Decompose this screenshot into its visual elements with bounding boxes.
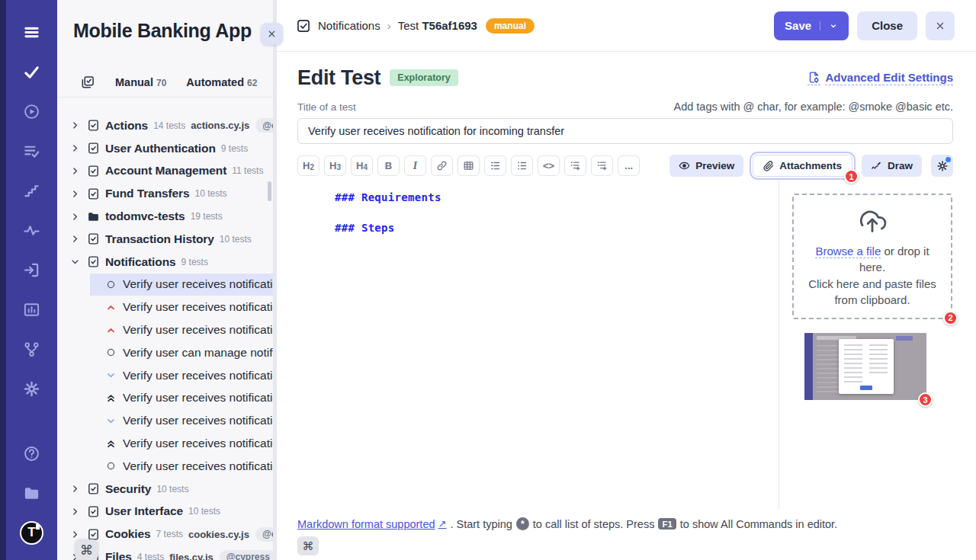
chevron-right-icon[interactable] bbox=[70, 120, 81, 130]
tree-suite-todomvc-tests[interactable]: todomvc-tests19 tests bbox=[57, 205, 273, 228]
tree-test-item[interactable]: Verify user receives notification bbox=[90, 455, 273, 478]
tree-test-item-selected[interactable]: Verify user receives notification for in… bbox=[90, 274, 273, 296]
markdown-editor[interactable]: ### Requirements### Steps bbox=[297, 182, 779, 510]
sidebar-item-help[interactable] bbox=[6, 434, 57, 473]
chevron-right-icon[interactable] bbox=[70, 189, 81, 199]
sidebar-item-logo[interactable]: T bbox=[6, 513, 57, 552]
chevron-down-icon[interactable] bbox=[70, 257, 81, 267]
attachments-button[interactable]: Attachments1 bbox=[753, 155, 852, 177]
suites-panel: Mobile Banking App Manual70 Automated62 … bbox=[57, 0, 273, 560]
tree-test-item[interactable]: Verify user receives notification bbox=[90, 364, 273, 387]
h4-button[interactable]: H4 bbox=[351, 155, 373, 176]
sidebar-item-tests[interactable] bbox=[6, 52, 57, 91]
chevron-right-icon[interactable] bbox=[70, 166, 81, 176]
command-palette-button[interactable]: ⌘ bbox=[297, 536, 319, 555]
advanced-edit-settings-link[interactable]: Advanced Edit Settings bbox=[807, 71, 953, 85]
command-palette-button[interactable]: ⌘ bbox=[75, 539, 98, 560]
markdown-help-link[interactable]: Markdown format supported↗ bbox=[297, 518, 446, 530]
ordered-list-button[interactable] bbox=[484, 155, 506, 176]
table-icon bbox=[463, 160, 474, 171]
bullet-list-add-button[interactable] bbox=[564, 155, 586, 176]
priority-circle-icon bbox=[106, 461, 117, 471]
attachments-count-badge: 1 bbox=[844, 169, 859, 184]
list-check-icon bbox=[23, 142, 40, 160]
save-button[interactable]: Save bbox=[774, 11, 849, 40]
sidebar-item-plans[interactable] bbox=[6, 131, 57, 171]
app-logo: T bbox=[20, 521, 43, 545]
h3-button[interactable]: H3 bbox=[324, 155, 346, 176]
link-icon bbox=[436, 160, 448, 171]
doc-check-icon bbox=[87, 482, 101, 495]
tree-test-item[interactable]: Verify user can manage notifications bbox=[90, 341, 273, 364]
play-circle-icon bbox=[23, 103, 40, 120]
breadcrumb-separator: › bbox=[387, 19, 391, 32]
sidebar-item-settings[interactable] bbox=[6, 369, 57, 408]
tree-test-item[interactable]: Verify user receives notification bbox=[90, 296, 273, 318]
sidebar-item-projects[interactable] bbox=[6, 473, 57, 513]
file-drop-zone[interactable]: Browse a file or drop it here. Click her… bbox=[792, 194, 952, 319]
help-circle-icon bbox=[23, 445, 40, 462]
sidebar-item-analytics[interactable] bbox=[6, 210, 57, 250]
priority-circle-icon bbox=[106, 280, 117, 290]
chevron-right-icon[interactable] bbox=[70, 530, 81, 539]
italic-button[interactable]: I bbox=[404, 155, 426, 176]
eye-icon bbox=[679, 160, 690, 171]
external-link-icon: ↗ bbox=[438, 518, 447, 530]
bullet-list-button[interactable] bbox=[511, 155, 533, 176]
tree-suite-fund-transfers[interactable]: Fund Transfers10 tests bbox=[57, 182, 273, 205]
close-button[interactable]: Close bbox=[857, 11, 917, 40]
tree-test-item[interactable]: Verify user receives notification bbox=[90, 432, 273, 455]
doc-check-icon bbox=[87, 505, 101, 518]
suite-file: actions.cy.js bbox=[191, 120, 249, 131]
chevron-right-icon[interactable] bbox=[70, 143, 81, 153]
browse-file-link[interactable]: Browse a file bbox=[815, 245, 881, 258]
pen-squiggle-icon bbox=[871, 160, 882, 171]
link-button[interactable] bbox=[431, 155, 453, 176]
ordered-list-add-button[interactable] bbox=[591, 155, 613, 176]
code-button[interactable]: <> bbox=[538, 155, 560, 176]
draw-button[interactable]: Draw bbox=[862, 155, 922, 177]
sidebar-item-runs[interactable] bbox=[6, 91, 57, 131]
sidebar-item-import[interactable] bbox=[6, 250, 57, 290]
bold-button[interactable]: B bbox=[377, 155, 400, 176]
ordered-list-icon bbox=[490, 160, 501, 171]
suite-tag-badge: @cypress bbox=[255, 118, 273, 133]
sidebar-item-steps[interactable] bbox=[6, 171, 57, 210]
test-title-input[interactable] bbox=[297, 118, 953, 144]
tab-manual[interactable]: Manual70 bbox=[115, 76, 166, 88]
tree-suite-notifications[interactable]: Notifications9 tests bbox=[57, 251, 273, 274]
dismiss-button[interactable] bbox=[926, 11, 955, 40]
tab-automated[interactable]: Automated62 bbox=[186, 76, 257, 88]
panel-close-button[interactable] bbox=[261, 23, 283, 45]
tree-scrollbar[interactable] bbox=[268, 181, 271, 201]
edit-test-panel: Notifications › Test T56af1693 manual Sa… bbox=[277, 0, 976, 560]
tree-suite-actions[interactable]: Actions14 testsactions.cy.js@cypress bbox=[57, 114, 273, 137]
sidebar-item-menu[interactable] bbox=[6, 12, 57, 52]
chevron-right-icon[interactable] bbox=[70, 507, 81, 517]
more-button[interactable]: ... bbox=[618, 155, 640, 176]
breadcrumb-section[interactable]: Notifications bbox=[318, 19, 380, 32]
tree-suite-user-authentication[interactable]: User Authentication9 tests bbox=[57, 137, 273, 160]
chevron-right-icon[interactable] bbox=[70, 212, 81, 222]
tree-test-item[interactable]: Verify user receives notification bbox=[90, 318, 273, 341]
branch-icon bbox=[23, 341, 40, 358]
chevron-right-icon[interactable] bbox=[70, 234, 81, 244]
tree-suite-user-interface[interactable]: User Interface10 tests bbox=[57, 501, 273, 523]
attachments-panel: Browse a file or drop it here. Click her… bbox=[779, 182, 953, 510]
preview-button[interactable]: Preview bbox=[669, 155, 743, 177]
tree-test-item[interactable]: Verify user receives notification bbox=[90, 409, 273, 432]
notification-dot bbox=[946, 157, 951, 162]
chevron-right-icon[interactable] bbox=[70, 484, 81, 494]
table-button[interactable] bbox=[458, 155, 480, 176]
save-dropdown-caret[interactable] bbox=[820, 21, 838, 30]
tree-suite-transaction-history[interactable]: Transaction History10 tests bbox=[57, 228, 273, 251]
test-checkbox-icon bbox=[296, 18, 311, 34]
editor-settings-button[interactable] bbox=[931, 155, 953, 177]
sidebar-item-reports[interactable] bbox=[6, 290, 57, 329]
sidebar-item-branches[interactable] bbox=[6, 329, 57, 369]
attachment-thumbnail[interactable]: 3 bbox=[804, 333, 926, 400]
tree-suite-account-management[interactable]: Account Management11 tests bbox=[57, 160, 273, 183]
tree-test-item[interactable]: Verify user receives notification bbox=[90, 387, 273, 410]
h2-button[interactable]: H2 bbox=[297, 155, 319, 176]
tree-suite-security[interactable]: Security10 tests bbox=[57, 478, 273, 501]
